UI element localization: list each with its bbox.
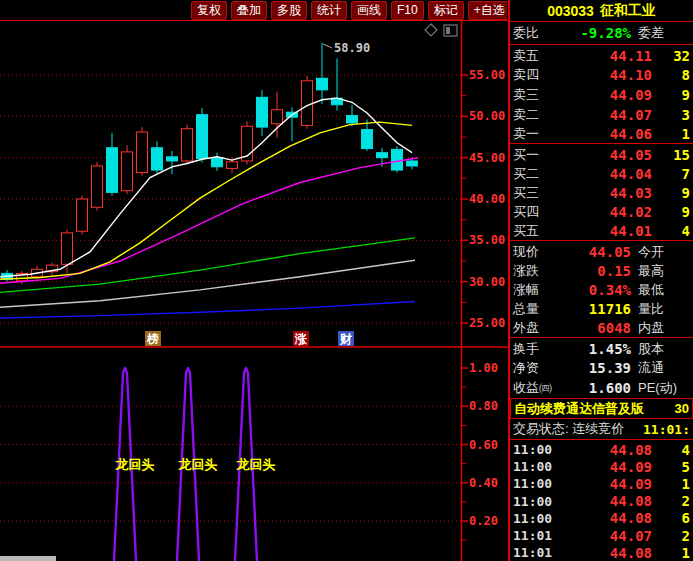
buy-row[interactable]: 买二44.047: [510, 164, 693, 183]
quote-label2: 内盘: [631, 319, 690, 337]
stat-row: 换手1.45%股本: [510, 339, 693, 359]
stat-label: 换手: [513, 340, 563, 358]
high-annotation: 58.90: [334, 41, 370, 55]
sell-qty: 8: [652, 67, 690, 83]
price-axis-label: 45.00: [469, 151, 505, 165]
panel-layout-icon: [444, 25, 457, 36]
tick-price: 44.08: [557, 545, 652, 561]
sell-price: 44.07: [563, 107, 652, 123]
tick-qty: 2: [652, 493, 690, 509]
quote-summary: 现价44.05今开涨跌0.15最高涨幅0.34%最低总量11716量比外盘604…: [510, 242, 693, 338]
indicator-axis-label: 1.00: [469, 361, 498, 375]
timeline-marker-label: 涨: [294, 332, 308, 346]
sell-level-label: 卖一: [513, 125, 563, 143]
sell-row[interactable]: 卖四44.108: [510, 66, 693, 86]
sell-level-label: 卖三: [513, 86, 563, 104]
quote-label: 涨跌: [513, 262, 563, 280]
candle: [257, 97, 268, 127]
stat-label2: 流通: [631, 359, 690, 377]
weibi-value: -9.28%: [563, 25, 631, 41]
tick-time: 11:00: [513, 476, 557, 491]
timeline-marker-label: 财: [339, 332, 352, 346]
stat-value: 1.45%: [563, 341, 631, 357]
tick-trade-list[interactable]: 11:0044.08411:0044.09511:0044.09111:0044…: [510, 441, 693, 561]
sell-qty: 9: [652, 87, 690, 103]
quote-row: 总量11716量比: [510, 300, 693, 319]
quote-row: 涨幅0.34%最低: [510, 280, 693, 299]
tick-row: 11:0044.084: [510, 441, 693, 458]
candle: [182, 129, 193, 161]
tick-time: 11:01: [513, 545, 557, 560]
sell-row[interactable]: 卖五44.1132: [510, 46, 693, 66]
candle: [197, 115, 208, 159]
timeline-marker-label: 榜: [146, 332, 159, 346]
buy-qty: 4: [652, 223, 690, 239]
banner-text: 自动续费通达信普及版: [514, 400, 644, 418]
quote-value: 0.34%: [563, 282, 631, 298]
price-axis-label: 25.00: [469, 316, 505, 330]
tick-price: 44.09: [557, 476, 652, 492]
tick-price: 44.09: [557, 459, 652, 475]
candle: [377, 153, 388, 158]
buy-row[interactable]: 买三44.039: [510, 183, 693, 202]
sell-level-label: 卖四: [513, 66, 563, 84]
buy-level-label: 买三: [513, 184, 563, 202]
candle: [362, 130, 373, 149]
tick-row: 11:0144.072: [510, 527, 693, 544]
quote-row: 涨跌0.15最高: [510, 261, 693, 280]
stat-label2: PE(动): [631, 379, 690, 397]
sell-row[interactable]: 卖三44.099: [510, 85, 693, 105]
stock-code: 003033: [547, 3, 594, 19]
horizontal-scrollbar[interactable]: [0, 556, 56, 561]
weibi-label: 委比: [513, 24, 563, 42]
stock-stats: 换手1.45%股本净资15.39流通收益㈣1.600PE(动): [510, 339, 693, 398]
renewal-banner[interactable]: 自动续费通达信普及版 30: [510, 398, 693, 419]
main-chart-svg[interactable]: 55.0050.0045.0040.0035.0030.0025.0058.90…: [0, 0, 510, 561]
stat-label: 净资: [513, 359, 563, 377]
indicator-axis-label: 0.60: [469, 438, 498, 452]
diamond-icon: [425, 24, 437, 36]
buy-row[interactable]: 买五44.014: [510, 222, 693, 241]
panel-layout-icon-fill: [446, 27, 450, 34]
candle: [137, 132, 148, 173]
price-axis-label: 30.00: [469, 275, 505, 289]
tick-price: 44.07: [557, 528, 652, 544]
tick-qty: 6: [652, 510, 690, 526]
stat-value: 15.39: [563, 360, 631, 376]
sell-row[interactable]: 卖一44.061: [510, 124, 693, 144]
sell-qty: 3: [652, 107, 690, 123]
buy-level-label: 买五: [513, 222, 563, 240]
quote-label: 现价: [513, 243, 563, 261]
candle: [347, 116, 358, 123]
tdx-stock-window: 复权叠加多股统计画线F10标记+自选返回 55.0050.0045.0040.0…: [0, 0, 693, 561]
stat-row: 收益㈣1.600PE(动): [510, 378, 693, 398]
buy-row[interactable]: 买一44.0515: [510, 145, 693, 164]
quote-value: 11716: [563, 301, 631, 317]
quote-label2: 今开: [631, 243, 690, 261]
buy-row[interactable]: 买四44.029: [510, 203, 693, 222]
candle: [122, 152, 133, 191]
indicator-axis-label: 0.40: [469, 476, 498, 490]
tick-price: 44.08: [557, 493, 652, 509]
tick-qty: 5: [652, 459, 690, 475]
candle: [152, 148, 163, 170]
sell-price: 44.06: [563, 126, 652, 142]
buy-price: 44.03: [563, 185, 652, 201]
tick-qty: 4: [652, 442, 690, 458]
buy-qty: 9: [652, 204, 690, 220]
sell-order-book: 卖五44.1132卖四44.108卖三44.099卖二44.073卖一44.06…: [510, 46, 693, 144]
quote-label2: 最高: [631, 262, 690, 280]
tick-qty: 2: [652, 528, 690, 544]
quote-value: 44.05: [563, 244, 631, 260]
spike-label: 龙回头: [236, 457, 276, 472]
quote-value: 0.15: [563, 263, 631, 279]
candle: [62, 233, 73, 264]
quote-label2: 量比: [631, 300, 690, 318]
quote-value: 6048: [563, 320, 631, 336]
tick-time: 11:00: [513, 511, 557, 526]
tick-qty: 1: [652, 545, 690, 561]
candle: [92, 166, 103, 207]
status-value: 连续竞价: [572, 420, 624, 438]
banner-badge: 30: [675, 401, 689, 416]
sell-row[interactable]: 卖二44.073: [510, 105, 693, 125]
